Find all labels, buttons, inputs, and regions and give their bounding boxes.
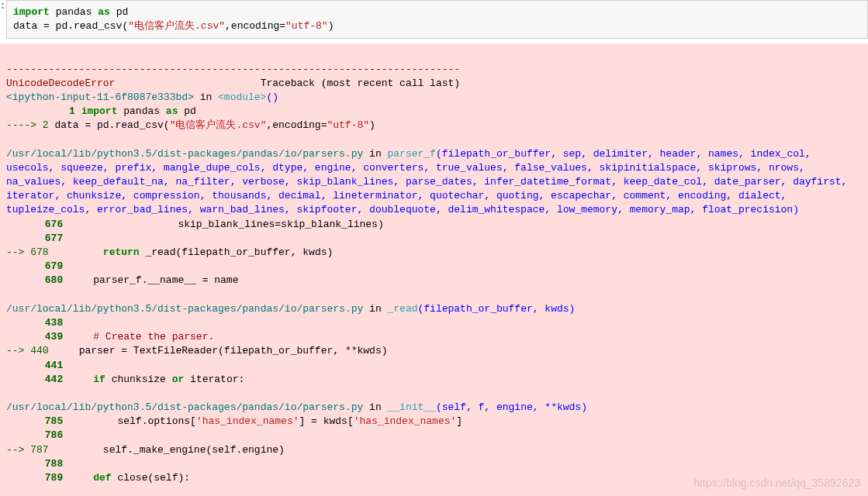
parser-f-name: parser_f — [388, 148, 436, 160]
lineno-442: 442 — [30, 373, 63, 387]
lineno-679: 679 — [30, 260, 63, 274]
lineno-677: 677 — [30, 232, 63, 246]
code-line2-comma: ,encoding= — [225, 20, 285, 32]
module-paren: () — [266, 91, 278, 103]
l442-it: iterator: — [184, 374, 244, 385]
tb-header: Traceback (most recent call last) — [261, 78, 460, 89]
error-name: UnicodeDecodeError — [6, 78, 115, 89]
in-2: in — [363, 303, 387, 315]
tb-separator: ----------------------------------------… — [6, 64, 460, 75]
code-input-cell: : import pandas as pd data = pd.read_csv… — [0, 0, 868, 39]
l2-enc: "utf-8" — [327, 119, 369, 131]
kw-if: if — [93, 374, 105, 385]
l785-mid: ] = kwds[ — [299, 415, 353, 427]
ipython-input-tag: <ipython-input-11-6f8087e333bd> — [6, 91, 194, 103]
kw-return: return — [103, 246, 140, 258]
keyword-as: as — [98, 6, 110, 18]
l789-txt: close(self): — [112, 472, 190, 484]
arrow-678: --> 678 — [6, 246, 49, 258]
l2-pre: data = pd.read_csv( — [49, 119, 170, 131]
arrow-787: --> 787 — [6, 444, 49, 456]
read-args: (filepath_or_buffer, kwds) — [418, 303, 576, 315]
input-code-area[interactable]: import pandas as pd data = pd.read_csv("… — [6, 0, 868, 39]
l440-txt: parser = TextFileReader(filepath_or_buff… — [79, 345, 388, 356]
read-name: _read — [388, 303, 418, 315]
in-1: in — [363, 148, 387, 160]
lineno-680: 680 — [30, 274, 63, 288]
l787-txt: self._make_engine(self.engine) — [79, 444, 285, 456]
kw-as: as — [166, 105, 178, 117]
id-pandas: pandas — [56, 6, 92, 18]
code-line2-close: ) — [328, 20, 334, 32]
l785-txt: self.options[ — [69, 415, 196, 427]
l676-txt: skip_blank_lines=skip_blank_lines) — [69, 219, 384, 230]
arrow-2: ----> 2 — [6, 119, 49, 131]
init-args: (self, f, engine, **kwds) — [436, 401, 587, 413]
l442-txt: chunksize — [105, 374, 172, 385]
kw-def: def — [93, 472, 111, 484]
l785-s2: 'has_index_names' — [354, 415, 457, 427]
in-3: in — [363, 401, 387, 413]
lineno-438: 438 — [30, 316, 63, 330]
kw-import: import — [81, 105, 118, 117]
lineno-786: 786 — [30, 429, 63, 443]
l2-mid: ,encoding= — [266, 119, 327, 131]
l2-close: ) — [369, 119, 375, 131]
in-word: in — [194, 91, 218, 103]
file-path-3: /usr/local/lib/python3.5/dist-packages/p… — [6, 401, 363, 413]
init-name: __init__ — [388, 401, 436, 413]
traceback-output: ----------------------------------------… — [0, 43, 868, 496]
module-tag: <module> — [218, 91, 266, 103]
l678-txt: _read(filepath_or_buffer, kwds) — [140, 246, 334, 258]
lineno-785: 785 — [30, 415, 63, 429]
l680-txt: parser_f.__name__ = name — [63, 274, 238, 286]
lineno-1: 1 — [43, 105, 75, 119]
lineno-788: 788 — [30, 457, 63, 471]
kw-or: or — [172, 374, 185, 385]
file-path-1: /usr/local/lib/python3.5/dist-packages/p… — [6, 148, 363, 160]
comment-create-parser: # Create the parser. — [93, 331, 214, 343]
arrow-440: --> 440 — [6, 345, 49, 356]
code-line2-pre: data = pd.read_csv( — [13, 20, 128, 32]
lineno-439: 439 — [30, 330, 63, 344]
lineno-441: 441 — [30, 359, 63, 373]
file-path-2: /usr/local/lib/python3.5/dist-packages/p… — [6, 303, 363, 315]
string-csv: "电信客户流失.csv" — [128, 20, 225, 32]
lineno-789: 789 — [30, 471, 63, 485]
input-prompt-colon: : — [0, 0, 6, 39]
l785-close: ] — [456, 415, 462, 427]
id-pd: pd — [116, 6, 129, 18]
lineno-676: 676 — [30, 218, 63, 232]
txt-pd: pd — [178, 105, 195, 117]
keyword-import: import — [13, 6, 50, 18]
string-encoding: "utf-8" — [285, 20, 328, 32]
l785-s1: 'has_index_names' — [196, 415, 299, 427]
txt-pandas: pandas — [117, 105, 165, 117]
l2-csv: "电信客户流失.csv" — [170, 119, 267, 131]
